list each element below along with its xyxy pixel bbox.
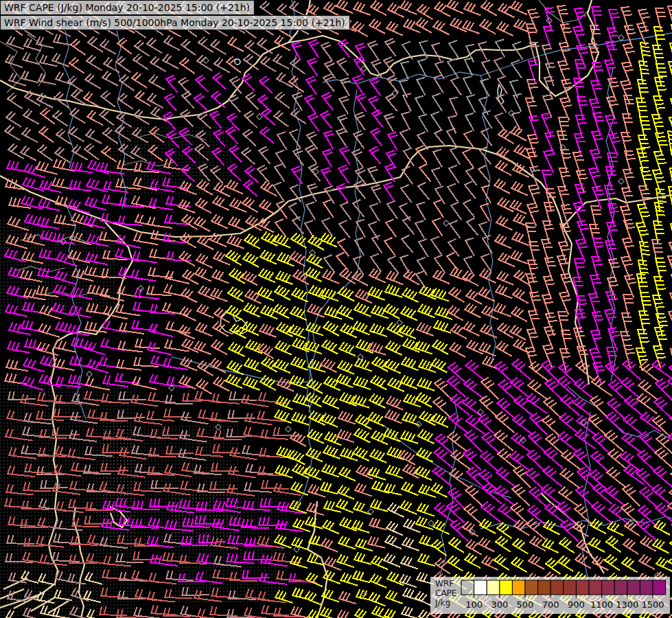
title-bar-shear: WRF Wind shear (m/s) 500/1000hPa Monday …: [0, 15, 350, 30]
title-shear-text: WRF Wind shear (m/s) 500/1000hPa Monday …: [4, 17, 345, 28]
legend-swatch: [525, 580, 538, 595]
legend-label-model: WRF: [435, 579, 461, 588]
legend-swatch: [512, 580, 525, 595]
legend-tick-label: 1300: [616, 599, 638, 610]
legend-swatch: [589, 580, 602, 595]
legend-label-variable: CAPE: [435, 588, 461, 598]
legend-swatch: [500, 580, 513, 595]
legend-tick-label: 500: [517, 599, 534, 610]
title-bar-cape: WRF CAPE (J/kg) Monday 20-10-2025 15:00 …: [0, 0, 255, 15]
legend-swatch: [627, 580, 640, 595]
legend-scale: 100300500700900110013001500: [461, 577, 670, 614]
title-cape-text: WRF CAPE (J/kg) Monday 20-10-2025 15:00 …: [4, 2, 250, 13]
legend-swatch: [576, 580, 589, 595]
legend-swatch: [602, 580, 615, 595]
legend-swatch: [640, 580, 653, 595]
terrain-stipple: [110, 127, 233, 196]
legend-swatch: [474, 580, 487, 595]
legend-tick-label: 300: [491, 599, 508, 610]
legend-swatch: [653, 580, 666, 595]
legend-label: WRF CAPE J/kg: [430, 577, 461, 614]
weather-map: WRF CAPE (J/kg) Monday 20-10-2025 15:00 …: [0, 0, 672, 618]
cape-legend: WRF CAPE J/kg 10030050070090011001300150…: [430, 577, 670, 614]
legend-tick-label: 900: [568, 599, 585, 610]
terrain-stipple: [0, 220, 117, 316]
legend-tick-label: 700: [542, 599, 559, 610]
legend-swatch: [487, 580, 500, 595]
legend-tick-label: 1500: [641, 599, 664, 610]
legend-swatch: [564, 580, 577, 595]
legend-swatch: [551, 580, 564, 595]
legend-tick-label: 1100: [590, 599, 613, 610]
legend-swatch: [538, 580, 551, 595]
legend-tick-label: 100: [465, 599, 483, 610]
legend-swatch-border: [461, 580, 474, 595]
map-canvas: [0, 0, 672, 618]
legend-label-unit: J/kg: [435, 598, 461, 608]
legend-swatch: [614, 580, 627, 595]
